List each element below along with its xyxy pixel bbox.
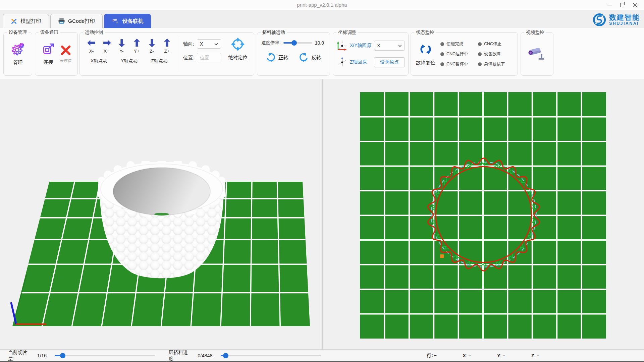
arrow-up-icon <box>133 39 140 47</box>
group-coordinate-adjust: 坐标调整 X/Y轴回原 X <box>333 32 409 76</box>
minimize-button[interactable] <box>603 0 616 10</box>
set-origin-label: 设为原点 <box>380 59 399 65</box>
row-readout: 行:– <box>427 353 436 359</box>
toolpath-2d-viewport[interactable] <box>323 79 644 349</box>
slider-handle[interactable] <box>291 40 297 46</box>
group-title: 状态监控 <box>414 29 436 36</box>
reset-refresh-icon <box>418 42 433 57</box>
jog-label: Y+ <box>129 49 144 54</box>
group-motion-control: 运动控制 X- X+ Y- Y+ Z- Z+ <box>79 32 254 76</box>
chevron-down-icon <box>214 43 218 45</box>
xy-axes-icon <box>336 39 348 52</box>
app-window: print-app_v2.0.1 alpha 模型打印 <box>0 0 644 362</box>
layer-extrude-value: 0/4848 <box>198 353 212 358</box>
brand-name-en: SHUJIANAI <box>609 21 640 26</box>
jog-x-minus-button[interactable] <box>84 39 99 47</box>
axis-select[interactable]: X <box>197 39 221 49</box>
tools-icon <box>10 18 17 25</box>
tab-device-online[interactable]: 设备联机 <box>104 14 151 28</box>
brand-logo: 数建智能 SHUJIANAI <box>592 13 640 27</box>
footer-left: 当前切片层: 1/16 层挤料进度: 0/4848 <box>0 350 321 362</box>
tab-model-print[interactable]: 模型打印 <box>3 14 49 28</box>
y-axis-jog-label: Y轴点动 <box>114 58 144 64</box>
group-title: 设备通讯 <box>39 29 60 36</box>
disconnected-status: 未连接 <box>60 33 72 75</box>
reverse-rotate-button[interactable]: 反转 <box>299 53 321 63</box>
axis-select-value: X <box>200 41 203 47</box>
group-title: 视频监控 <box>524 29 546 36</box>
connect-label: 连接 <box>43 59 53 65</box>
video-monitor-button[interactable] <box>521 33 553 75</box>
title-bar: print-app_v2.0.1 alpha <box>0 0 644 10</box>
speed-rate-label: 速度倍率: <box>261 40 281 46</box>
divider <box>179 36 179 72</box>
close-button[interactable] <box>629 0 641 10</box>
disconnected-x-icon <box>60 45 71 56</box>
arrow-down-icon <box>149 39 155 47</box>
status-dot <box>440 52 444 56</box>
jog-label: X+ <box>99 49 114 54</box>
status-footer: 当前切片层: 1/16 层挤料进度: 0/4848 行:– X:– Y:– Z:… <box>0 349 644 361</box>
maximize-button[interactable] <box>616 0 629 10</box>
coord-axis-select[interactable]: X <box>374 41 405 51</box>
slider-handle[interactable] <box>223 353 228 358</box>
group-title: 设备管理 <box>7 29 29 36</box>
x-readout: X:– <box>463 353 471 358</box>
jog-label: Z- <box>144 49 159 54</box>
jog-y-minus-button[interactable] <box>114 39 129 47</box>
jog-label: Y- <box>114 49 129 54</box>
indicator-enable-done: 使能完成 <box>440 41 478 47</box>
jog-z-plus-button[interactable] <box>159 39 174 47</box>
coord-axis-select-value: X <box>377 43 380 48</box>
set-origin-button[interactable]: 设为原点 <box>374 57 405 67</box>
main-area <box>0 79 644 349</box>
z-axis-icon <box>336 56 348 69</box>
speed-rate-slider[interactable] <box>283 40 312 46</box>
z-readout: Z:– <box>531 353 539 358</box>
group-title: 运动控制 <box>83 29 105 36</box>
window-controls <box>603 0 641 10</box>
position-input[interactable] <box>197 53 221 62</box>
minimize-icon <box>607 5 612 5</box>
tab-label: 模型打印 <box>20 18 41 25</box>
slider-handle[interactable] <box>60 353 65 358</box>
ribbon: 设备管理 管理 设备通讯 <box>0 28 644 79</box>
window-title: print-app_v2.0.1 alpha <box>0 0 644 10</box>
layer-extrude-slider[interactable] <box>221 353 321 358</box>
fault-reset-button[interactable]: 故障复位 <box>411 33 440 75</box>
jog-y-plus-button[interactable] <box>129 39 144 47</box>
indicator-estop-pressed: 急停被按下 <box>478 61 518 67</box>
left-3d-viewport[interactable] <box>0 79 321 349</box>
indicator-cnc-paused: CNC暂停中 <box>440 61 478 67</box>
slice-layer-slider[interactable] <box>55 353 155 358</box>
status-dot <box>440 42 444 46</box>
tab-strip: 模型打印 GCode打印 <box>0 10 644 28</box>
tab-label: GCode打印 <box>68 18 95 25</box>
forward-rotate-button[interactable]: 正转 <box>266 53 288 63</box>
gear-icon <box>10 42 25 57</box>
absolute-positioning-label: 绝对定位 <box>228 54 248 61</box>
connect-button[interactable]: 连接 <box>41 33 55 75</box>
tab-gcode-print[interactable]: GCode打印 <box>50 14 103 28</box>
position-label: 位置: <box>183 55 194 61</box>
jog-label: X- <box>84 49 99 54</box>
jog-x-plus-button[interactable] <box>99 39 114 47</box>
xy-home-button[interactable]: X/Y轴回原 <box>350 43 372 49</box>
jog-pad: X- X+ Y- Y+ Z- Z+ X轴点动 Y轴点动 Z轴点动 <box>84 39 174 64</box>
cctv-icon <box>112 18 119 24</box>
rotate-ccw-icon <box>299 53 309 63</box>
absolute-positioning-button[interactable]: 绝对定位 <box>223 37 252 61</box>
z-home-button[interactable]: Z轴回原 <box>350 59 367 65</box>
group-device-management: 设备管理 管理 <box>3 32 32 76</box>
manage-button[interactable]: 管理 <box>4 33 32 75</box>
arrow-right-icon <box>102 40 111 46</box>
manage-label: 管理 <box>13 59 23 66</box>
group-device-comm: 设备通讯 连接 <box>35 32 78 76</box>
jog-z-minus-button[interactable] <box>144 39 159 47</box>
rotate-cw-icon <box>266 53 276 63</box>
toolpath-scene <box>323 79 644 349</box>
target-icon <box>230 37 246 52</box>
current-slice-label: 当前切片层: <box>8 349 33 362</box>
arrow-up-icon <box>164 39 170 47</box>
brand-swirl-icon <box>592 13 606 27</box>
